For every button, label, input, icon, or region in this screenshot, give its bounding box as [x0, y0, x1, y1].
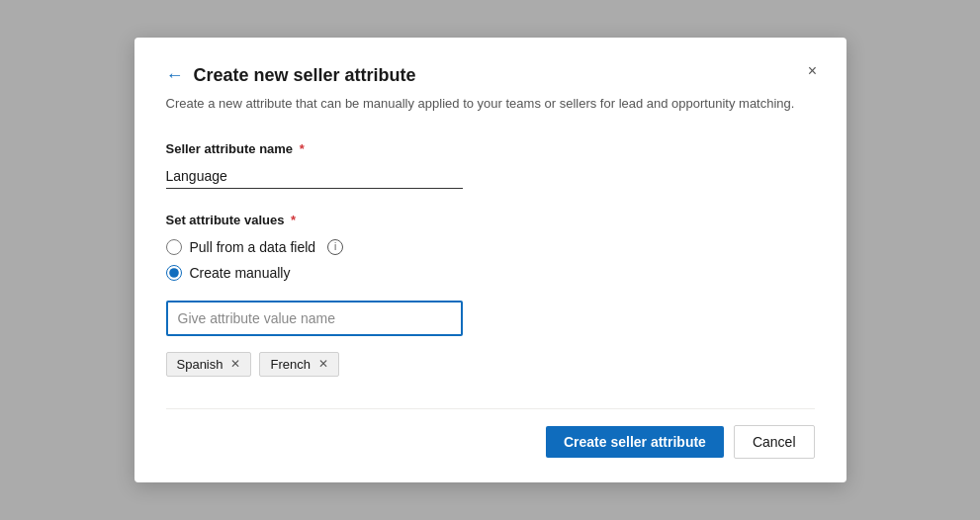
radio-group: Pull from a data field i Create manually	[166, 239, 815, 281]
tags-container: Spanish ✕ French ✕	[166, 352, 815, 377]
dialog-footer: Create seller attribute Cancel	[166, 408, 815, 459]
seller-attribute-name-input[interactable]	[166, 164, 463, 189]
tag-label-french: French	[270, 357, 310, 372]
tag-spanish: Spanish ✕	[166, 352, 252, 377]
set-attribute-values-section: Set attribute values * Pull from a data …	[166, 213, 815, 301]
dialog-title: Create new seller attribute	[194, 65, 416, 86]
tag-remove-spanish[interactable]: ✕	[230, 358, 240, 370]
required-indicator-2: *	[287, 213, 296, 227]
radio-pull-from-data-field[interactable]	[166, 239, 182, 255]
dialog-header: ← Create new seller attribute	[166, 65, 815, 86]
radio-label-pull: Pull from a data field	[190, 239, 316, 255]
seller-attribute-name-field: Seller attribute name *	[166, 141, 815, 213]
dialog-overlay: ← Create new seller attribute × Create a…	[0, 0, 980, 520]
seller-attribute-name-label: Seller attribute name *	[166, 141, 815, 156]
create-seller-attribute-button[interactable]: Create seller attribute	[546, 426, 724, 458]
radio-item-pull-from-data-field[interactable]: Pull from a data field i	[166, 239, 815, 255]
tag-french: French ✕	[259, 352, 338, 377]
tag-label-spanish: Spanish	[177, 357, 223, 372]
close-icon: ×	[808, 62, 817, 80]
dialog: ← Create new seller attribute × Create a…	[134, 38, 846, 482]
radio-create-manually[interactable]	[166, 265, 182, 281]
attribute-value-input[interactable]	[166, 301, 463, 336]
cancel-button[interactable]: Cancel	[734, 425, 815, 459]
tag-remove-french[interactable]: ✕	[318, 358, 328, 370]
required-indicator: *	[296, 141, 305, 156]
close-button[interactable]: ×	[799, 57, 827, 85]
back-icon: ←	[166, 65, 184, 86]
back-button[interactable]: ←	[166, 65, 184, 86]
set-attribute-values-label: Set attribute values *	[166, 213, 815, 227]
radio-item-create-manually[interactable]: Create manually	[166, 265, 815, 281]
dialog-subtitle: Create a new attribute that can be manua…	[166, 94, 815, 114]
radio-label-create: Create manually	[190, 265, 291, 281]
info-icon[interactable]: i	[327, 239, 343, 255]
